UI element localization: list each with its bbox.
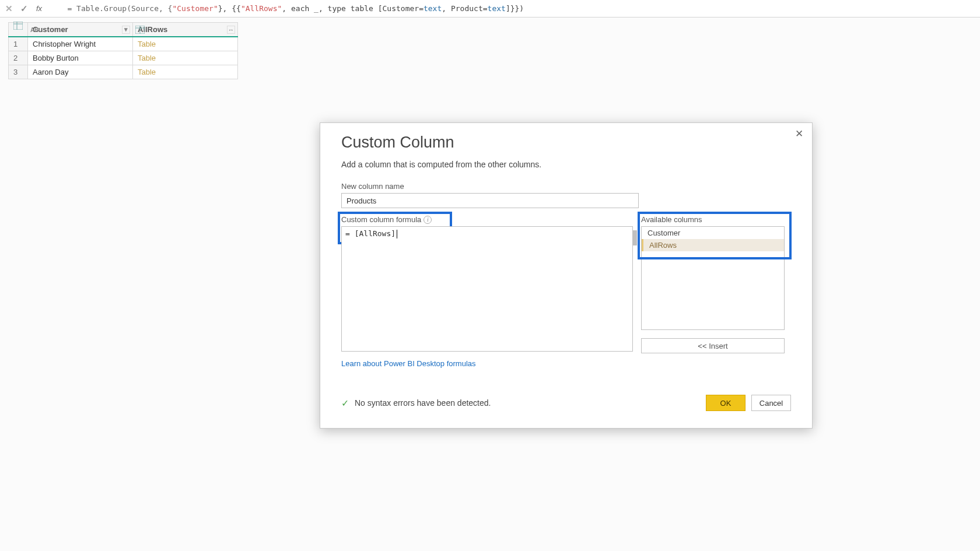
cell-customer[interactable]: Christopher Wright xyxy=(28,37,133,51)
learn-more-link[interactable]: Learn about Power BI Desktop formulas xyxy=(341,359,476,368)
header-row: ABC Customer ▾ AllRows ↔ xyxy=(9,23,238,37)
row-index: 1 xyxy=(9,37,28,51)
available-columns-panel: Available columns Customer AllRows << In… xyxy=(641,215,785,353)
cell-allrows[interactable]: Table xyxy=(133,51,238,65)
row-index: 3 xyxy=(9,65,28,79)
cancel-label: Cancel xyxy=(760,399,783,408)
table-row[interactable]: 2 Bobby Burton Table xyxy=(9,51,238,65)
column-header-customer[interactable]: ABC Customer ▾ xyxy=(28,23,133,37)
dialog-title: Custom Column xyxy=(341,134,791,152)
new-column-name-label: New column name xyxy=(341,182,791,191)
formula-editor[interactable]: = [AllRows] xyxy=(341,226,633,352)
index-header[interactable] xyxy=(9,23,28,37)
svg-text:ABC: ABC xyxy=(30,27,40,33)
table-type-icon xyxy=(135,26,145,34)
formula-content: = [AllRows] xyxy=(345,229,396,238)
insert-label: << Insert xyxy=(698,342,727,350)
expand-icon[interactable]: ↔ xyxy=(227,26,235,34)
formula-bar: ✕ ✓ fx = Table.Group(Source, {"Customer"… xyxy=(0,0,980,17)
formula-commit-icon[interactable]: ✓ xyxy=(19,3,29,14)
column-header-allrows[interactable]: AllRows ↔ xyxy=(133,23,238,37)
table-row[interactable]: 1 Christopher Wright Table xyxy=(9,37,238,51)
text-type-icon: ABC xyxy=(30,26,40,34)
formula-text[interactable]: = Table.Group(Source, {"Customer"}, {{"A… xyxy=(49,0,524,22)
cell-allrows[interactable]: Table xyxy=(133,37,238,51)
formula-panel: Custom column formula i = [AllRows] xyxy=(341,215,633,352)
checkmark-icon: ✓ xyxy=(341,398,349,409)
status-text: No syntax errors have been detected. xyxy=(355,398,491,408)
svg-rect-0 xyxy=(13,22,23,30)
text-caret xyxy=(397,230,397,238)
info-icon[interactable]: i xyxy=(424,216,432,224)
close-icon[interactable]: ✕ xyxy=(792,127,806,141)
available-column-item[interactable]: AllRows xyxy=(642,239,784,251)
table-icon xyxy=(13,22,23,30)
table-row[interactable]: 3 Aaron Day Table xyxy=(9,65,238,79)
dialog-subtitle: Add a column that is computed from the o… xyxy=(341,160,791,169)
dropdown-icon[interactable]: ▾ xyxy=(122,26,130,34)
ok-label: OK xyxy=(720,399,732,408)
cell-allrows[interactable]: Table xyxy=(133,65,238,79)
cell-customer[interactable]: Bobby Burton xyxy=(28,51,133,65)
scrollbar-thumb[interactable] xyxy=(633,230,637,245)
formula-cancel-icon[interactable]: ✕ xyxy=(4,3,14,14)
data-preview-table: ABC Customer ▾ AllRows ↔ 1 Christopher W… xyxy=(8,22,238,79)
table-link[interactable]: Table xyxy=(138,40,156,48)
cancel-button[interactable]: Cancel xyxy=(751,395,791,411)
available-columns-list[interactable]: Customer AllRows xyxy=(641,226,785,330)
available-column-item[interactable]: Customer xyxy=(642,227,784,239)
custom-column-dialog: ✕ Custom Column Add a column that is com… xyxy=(320,122,813,429)
syntax-status: ✓ No syntax errors have been detected. xyxy=(341,398,491,409)
new-column-name-input[interactable] xyxy=(341,193,639,208)
table-link[interactable]: Table xyxy=(138,68,156,76)
ok-button[interactable]: OK xyxy=(706,395,746,411)
available-columns-label: Available columns xyxy=(641,215,785,224)
cell-customer[interactable]: Aaron Day xyxy=(28,65,133,79)
row-index: 2 xyxy=(9,51,28,65)
table-link[interactable]: Table xyxy=(138,54,156,62)
fx-label: fx xyxy=(36,4,42,13)
insert-button[interactable]: << Insert xyxy=(641,338,785,353)
formula-label: Custom column formula xyxy=(341,215,421,224)
